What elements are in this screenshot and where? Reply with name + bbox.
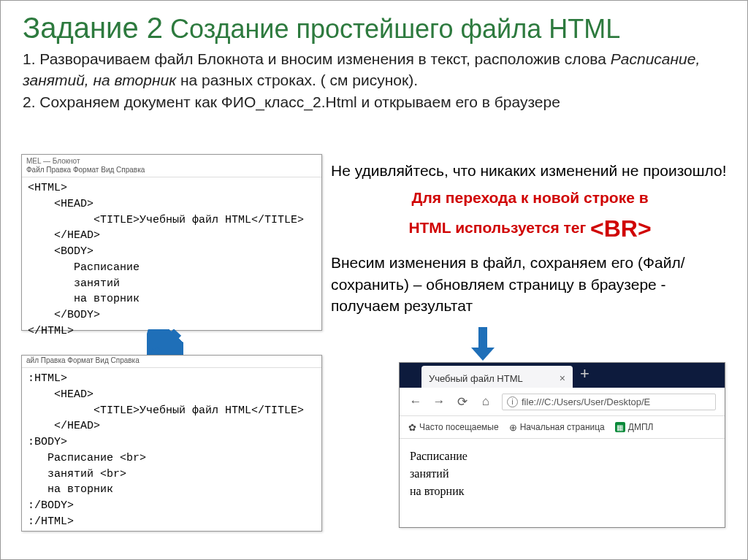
forward-icon[interactable]: →: [432, 394, 446, 409]
notepad-menubar: Файл Правка Формат Вид Справка: [22, 165, 321, 177]
notepad-window-2: айл Правка Формат Вид Справка :HTML> <HE…: [21, 355, 322, 532]
reload-icon[interactable]: ⟳: [455, 394, 470, 410]
notepad-menubar-2: айл Правка Формат Вид Справка: [22, 356, 321, 368]
explanation-para1: Не удивляйтесь, что никаких изменений не…: [331, 160, 729, 181]
highlight-text: Для перехода к новой строке в HTML испол…: [331, 185, 729, 248]
back-icon[interactable]: ←: [408, 394, 423, 409]
tab-title: Учебный файл HTML: [429, 373, 523, 384]
url-bar[interactable]: i file:///C:/Users/User/Desktop/E: [502, 394, 716, 410]
home-icon[interactable]: ⌂: [478, 394, 493, 409]
browser-tabbar: Учебный файл HTML × +: [400, 363, 725, 388]
instruction-2: 2. Сохраняем документ как ФИО_класс_2.Ht…: [23, 91, 725, 112]
explanation-para2: Внесим изменения в файл, сохраняем его (…: [331, 252, 729, 316]
title-prefix: Задание 2: [23, 12, 163, 44]
svg-marker-4: [471, 348, 495, 361]
br-tag: <BR>: [590, 215, 652, 242]
explanation-block: Не удивляйтесь, что никаких изменений не…: [331, 160, 729, 316]
notepad-window-1: MEL — Блокнот Файл Правка Формат Вид Спр…: [21, 154, 322, 331]
notepad-content: <HTML> <HEAD> <TITLE>Учебный файл HTML</…: [22, 177, 321, 342]
bookmark-frequent[interactable]: ✿ Часто посещаемые: [408, 422, 499, 433]
globe-icon: ⊕: [509, 422, 517, 433]
instructions-block: 1. Разворачиваем файл Блокнота и вносим …: [1, 48, 747, 112]
bookmark-start[interactable]: ⊕ Начальная страница: [509, 422, 605, 433]
arrow-down-icon: [468, 326, 497, 362]
page-line-1: Расписание: [410, 448, 714, 465]
page-line-3: на вторник: [410, 483, 714, 500]
page-line-2: занятий: [410, 465, 714, 483]
info-icon[interactable]: i: [507, 396, 518, 407]
browser-toolbar: ← → ⟳ ⌂ i file:///C:/Users/User/Desktop/…: [400, 388, 725, 416]
browser-page-content: Расписание занятий на вторник: [400, 439, 725, 509]
title-main: Создание простейшего файла HTML: [170, 14, 620, 44]
new-tab-button[interactable]: +: [573, 363, 597, 388]
notepad-content-2: :HTML> <HEAD> <TITLE>Учебный файл HTML</…: [22, 368, 321, 533]
instruction-1: 1. Разворачиваем файл Блокнота и вносим …: [23, 48, 725, 91]
browser-window: Учебный файл HTML × + ← → ⟳ ⌂ i file:///…: [399, 362, 725, 528]
close-icon[interactable]: ×: [560, 372, 565, 384]
slide-title: Задание 2 Создание простейшего файла HTM…: [1, 1, 747, 48]
url-text: file:///C:/Users/User/Desktop/E: [522, 396, 650, 407]
notepad-titlebar: MEL — Блокнот: [22, 155, 321, 165]
gear-icon: ✿: [408, 422, 416, 433]
bookmarks-bar: ✿ Часто посещаемые ⊕ Начальная страница …: [400, 416, 725, 439]
bookmark-dmpl[interactable]: ▦ ДМПЛ: [615, 422, 654, 432]
svg-rect-3: [478, 327, 487, 349]
browser-tab[interactable]: Учебный файл HTML ×: [421, 366, 573, 388]
sheet-icon: ▦: [615, 422, 625, 432]
